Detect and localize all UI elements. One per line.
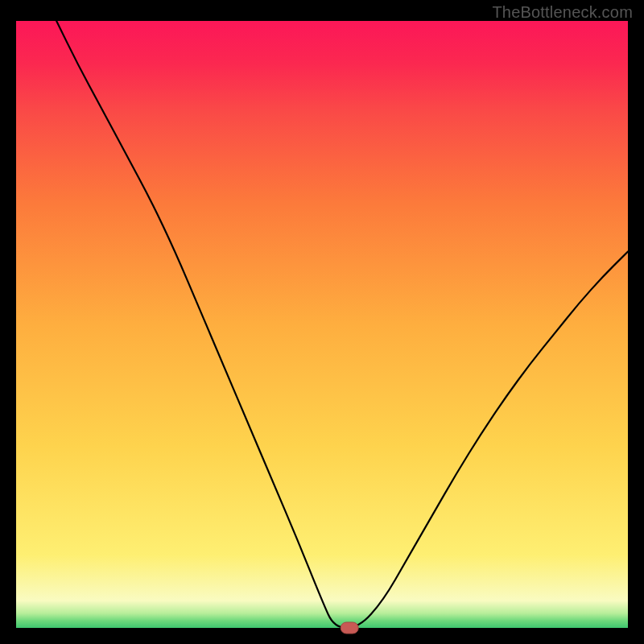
optimal-marker [341,622,358,634]
watermark-text: TheBottleneck.com [492,3,633,22]
bottleneck-chart [0,0,644,644]
gradient-background [16,21,628,628]
chart-frame: TheBottleneck.com [0,0,644,644]
plot-area [16,21,628,634]
